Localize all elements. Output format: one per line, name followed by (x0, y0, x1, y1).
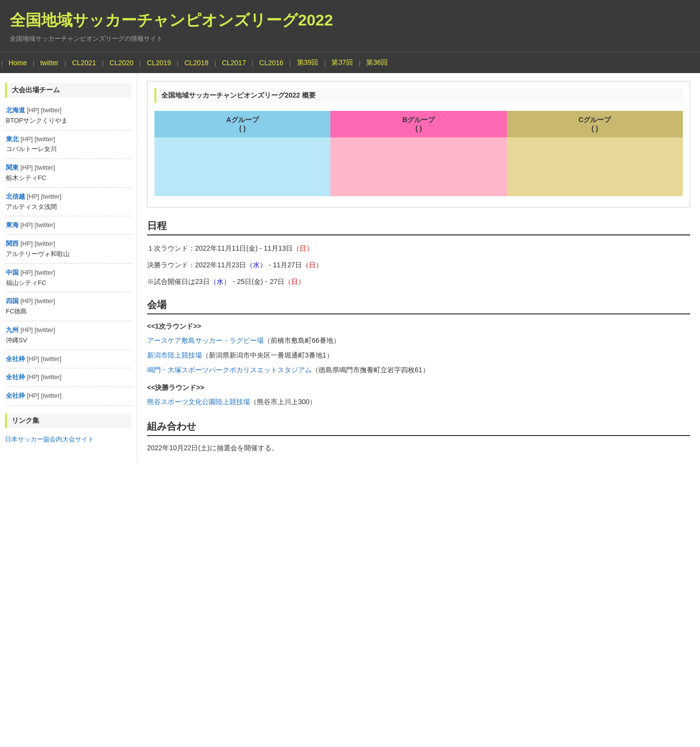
team-name: コバルトーレ女川 (6, 144, 132, 155)
nav-separator: | (323, 53, 326, 73)
team-region: 全社枠 (6, 373, 25, 381)
nav-item-8: |第39回 (288, 52, 323, 73)
nav-link-第36回[interactable]: 第36回 (361, 52, 393, 73)
nav-link-CL2016[interactable]: CL2016 (254, 53, 288, 73)
group-cell (507, 137, 683, 152)
schedule-heading: 日程 (147, 219, 690, 235)
overview-title: 全国地域サッカーチャンピオンズリーグ2022 概要 (154, 88, 683, 103)
nav-item-7: |CL2016 (251, 52, 288, 73)
team-region: 北信越 (6, 193, 25, 200)
group-cell (507, 152, 683, 167)
sidebar-team-item: 中国 [HP] [twitter]福山シティFC (5, 264, 132, 293)
sidebar-team-item: 東海 [HP] [twitter] (5, 216, 132, 235)
day-red: （日） (293, 244, 313, 252)
site-subtitle: 全国地域サッカーチャンピオンズリーグの情報サイト (10, 34, 690, 43)
day-blue: （水） (210, 278, 230, 285)
nav-separator: | (358, 53, 361, 73)
sidebar: 大会出場チーム 北海道 [HP] [twitter]BTOPサンクくりやま東北 … (0, 73, 137, 462)
first-round-label: <<1次ラウンド>> (147, 322, 690, 331)
sidebar-team-item: 関東 [HP] [twitter]栃木シティFC (5, 159, 132, 188)
group-header-Aグループ: Aグループ( ) (154, 111, 330, 137)
links-section: リンク集 日本サッカー協会内大会サイト (5, 413, 132, 447)
nav-link-CL2021[interactable]: CL2021 (67, 53, 101, 73)
team-region: 全社枠 (6, 392, 25, 399)
venue-link[interactable]: 鳴門・大塚スポーツパークポカリスエットスタジアム (147, 366, 312, 374)
nav-separator: | (288, 53, 292, 73)
group-cell (154, 137, 330, 152)
sidebar-team-item: 四国 [HP] [twitter]FC徳島 (5, 292, 132, 321)
team-links: [HP] [twitter] (21, 221, 55, 229)
team-links: [HP] [twitter] (21, 326, 55, 334)
team-links: [HP] [twitter] (27, 106, 62, 114)
team-links: [HP] [twitter] (21, 164, 55, 171)
nav-separator: | (101, 53, 104, 73)
nav-separator: | (251, 53, 254, 73)
sidebar-team-item: 北信越 [HP] [twitter]アルティスタ浅間 (5, 188, 132, 217)
team-name: FC徳島 (6, 307, 132, 317)
nav-link-第39回[interactable]: 第39回 (292, 52, 324, 73)
nav-item-10: |第36回 (358, 52, 393, 73)
group-cell (330, 152, 506, 167)
team-links: [HP] [twitter] (27, 373, 62, 381)
venue-item: アースケア敷島サッカー・ラグビー場（前橋市敷島町66番地） (147, 335, 690, 347)
schedule-line: 決勝ラウンド：2022年11月23日（水） - 11月27日（日） (147, 258, 690, 272)
sidebar-team-item: 九州 [HP] [twitter]沖縄SV (5, 321, 132, 350)
nav-link-CL2018[interactable]: CL2018 (179, 53, 213, 73)
sidebar-team-item: 全社枠 [HP] [twitter] (5, 387, 132, 406)
teams-section-title: 大会出場チーム (5, 83, 132, 98)
team-region: 全社枠 (6, 355, 25, 362)
nav-separator: | (176, 53, 179, 73)
group-cell (330, 181, 506, 196)
group-cell (330, 137, 506, 152)
team-region: 関西 (6, 240, 19, 247)
nav-item-5: |CL2018 (176, 52, 213, 73)
nav-separator: | (32, 53, 35, 73)
nav-link-CL2020[interactable]: CL2020 (104, 53, 138, 73)
group-header-Bグループ: Bグループ( ) (330, 111, 506, 137)
team-links: [HP] [twitter] (21, 240, 55, 247)
team-name: アルテリーヴォ和歌山 (6, 249, 132, 259)
nav-item-4: |CL2019 (138, 52, 175, 73)
nav-link-CL2019[interactable]: CL2019 (142, 53, 176, 73)
venue-link[interactable]: アースケア敷島サッカー・ラグビー場 (147, 336, 264, 344)
nav-link-CL2017[interactable]: CL2017 (217, 53, 251, 73)
nav-link-twitter[interactable]: twitter (35, 53, 63, 73)
nav-item-9: |第37回 (323, 52, 358, 73)
day-blue: （水） (246, 261, 267, 269)
venue-item: 鳴門・大塚スポーツパークポカリスエットスタジアム（徳島県鳴門市撫養町立岩字四枚6… (147, 364, 690, 376)
group-header-Cグループ: Cグループ( ) (507, 111, 683, 137)
sidebar-team-item: 全社枠 [HP] [twitter] (5, 350, 132, 369)
venue-link[interactable]: 新潟市陸上競技場 (147, 351, 202, 359)
team-region: 四国 (6, 297, 19, 305)
team-region: 九州 (6, 326, 19, 334)
group-cell (507, 167, 683, 181)
site-header: 全国地域サッカーチャンピオンズリーグ2022 全国地域サッカーチャンピオンズリー… (0, 0, 700, 52)
team-links: [HP] [twitter] (21, 269, 55, 276)
team-name: 沖縄SV (6, 335, 132, 346)
nav-item-2: |CL2021 (63, 52, 100, 73)
team-links: [HP] [twitter] (27, 392, 62, 399)
day-red: （日） (302, 261, 323, 269)
team-links: [HP] [twitter] (21, 297, 55, 305)
team-region: 中国 (6, 269, 19, 276)
team-name: アルティスタ浅間 (6, 202, 132, 212)
nav-item-0: |Home (0, 52, 32, 73)
group-cell (154, 152, 330, 167)
nav-separator: | (63, 53, 67, 73)
sidebar-team-item: 北海道 [HP] [twitter]BTOPサンクくりやま (5, 102, 132, 130)
schedule-line: １次ラウンド：2022年11月11日(金) - 11月13日（日） (147, 241, 690, 255)
venue-detail: （新潟県新潟市中央区一番堀通町3番地1） (202, 351, 333, 359)
nav-link-Home[interactable]: Home (3, 53, 31, 73)
team-name: 栃木シティFC (6, 173, 132, 183)
team-name: 福山シティFC (6, 278, 132, 288)
nav-link-第37回[interactable]: 第37回 (326, 52, 358, 73)
main-content: 全国地域サッカーチャンピオンズリーグ2022 概要 Aグループ( )Bグループ(… (137, 73, 700, 462)
nav-item-1: |twitter (32, 52, 64, 73)
nav-separator: | (0, 53, 3, 73)
venue-link[interactable]: 熊谷スポーツ文化公園陸上競技場 (147, 398, 250, 406)
sidebar-link-item[interactable]: 日本サッカー協会内大会サイト (5, 432, 132, 447)
venue-item: 熊谷スポーツ文化公園陸上競技場（熊谷市上川上300） (147, 396, 690, 408)
sidebar-team-item: 東北 [HP] [twitter]コバルトーレ女川 (5, 130, 132, 159)
venue-detail: （熊谷市上川上300） (250, 398, 316, 406)
team-links: [HP] [twitter] (21, 135, 55, 143)
